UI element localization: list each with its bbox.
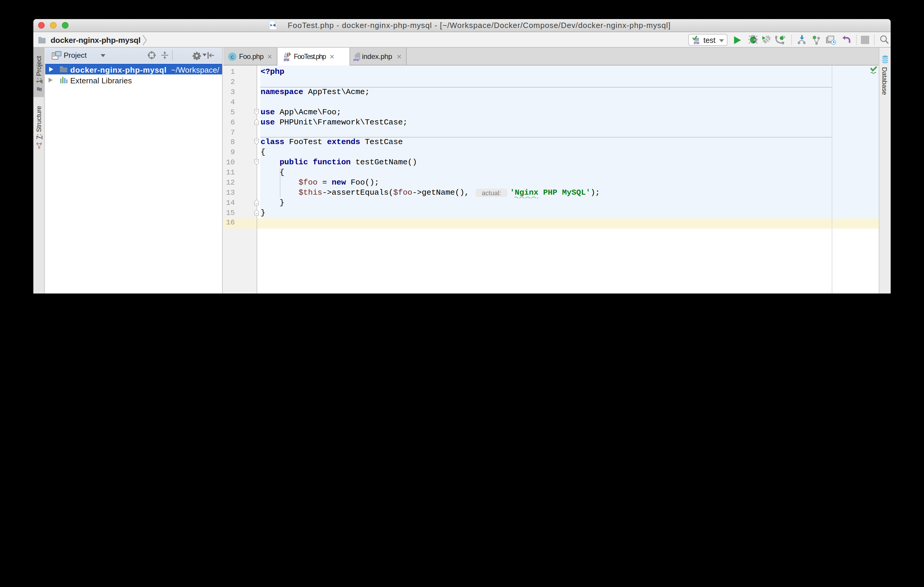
svg-text:php: php — [353, 58, 359, 61]
svg-text:C: C — [231, 54, 234, 59]
svg-text:php: php — [694, 41, 699, 44]
svg-text:php: php — [284, 58, 289, 61]
